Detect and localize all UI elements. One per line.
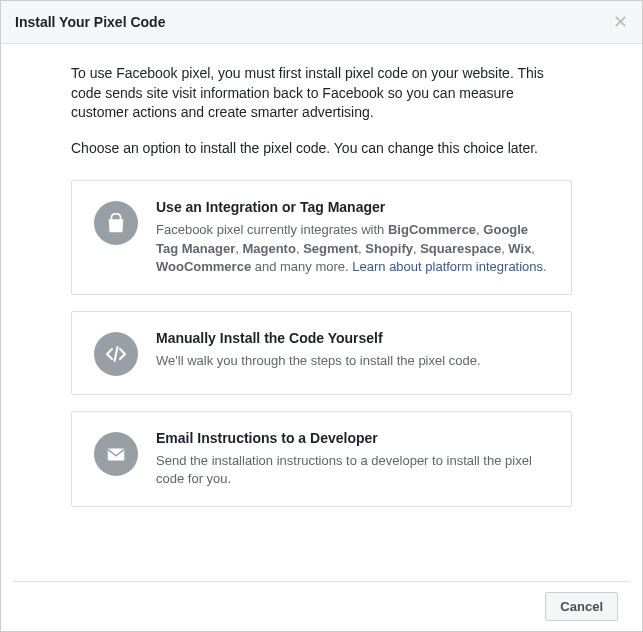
modal-title: Install Your Pixel Code [15, 14, 165, 30]
modal-content: To use Facebook pixel, you must first in… [1, 44, 642, 581]
option-email-desc: Send the installation instructions to a … [156, 452, 549, 488]
bag-icon [94, 201, 138, 245]
option-email[interactable]: Email Instructions to a Developer Send t… [71, 411, 572, 507]
option-manual[interactable]: Manually Install the Code Yourself We'll… [71, 311, 572, 395]
sub-intro-text: Choose an option to install the pixel co… [71, 139, 572, 159]
learn-integrations-link[interactable]: Learn about platform integrations [352, 259, 543, 274]
option-manual-body: Manually Install the Code Yourself We'll… [156, 330, 549, 370]
code-icon [94, 332, 138, 376]
install-pixel-modal: Install Your Pixel Code ✕ To use Faceboo… [0, 0, 643, 632]
option-manual-title: Manually Install the Code Yourself [156, 330, 549, 346]
option-integration-desc: Facebook pixel currently integrates with… [156, 221, 549, 276]
option-integration[interactable]: Use an Integration or Tag Manager Facebo… [71, 180, 572, 295]
svg-rect-0 [108, 448, 125, 460]
intro-text: To use Facebook pixel, you must first in… [71, 64, 572, 123]
modal-header: Install Your Pixel Code ✕ [1, 1, 642, 44]
envelope-icon [94, 432, 138, 476]
option-manual-desc: We'll walk you through the steps to inst… [156, 352, 549, 370]
close-icon[interactable]: ✕ [613, 13, 628, 31]
option-integration-title: Use an Integration or Tag Manager [156, 199, 549, 215]
option-integration-body: Use an Integration or Tag Manager Facebo… [156, 199, 549, 276]
option-email-title: Email Instructions to a Developer [156, 430, 549, 446]
cancel-button[interactable]: Cancel [545, 592, 618, 621]
option-email-body: Email Instructions to a Developer Send t… [156, 430, 549, 488]
modal-footer: Cancel [13, 581, 630, 631]
